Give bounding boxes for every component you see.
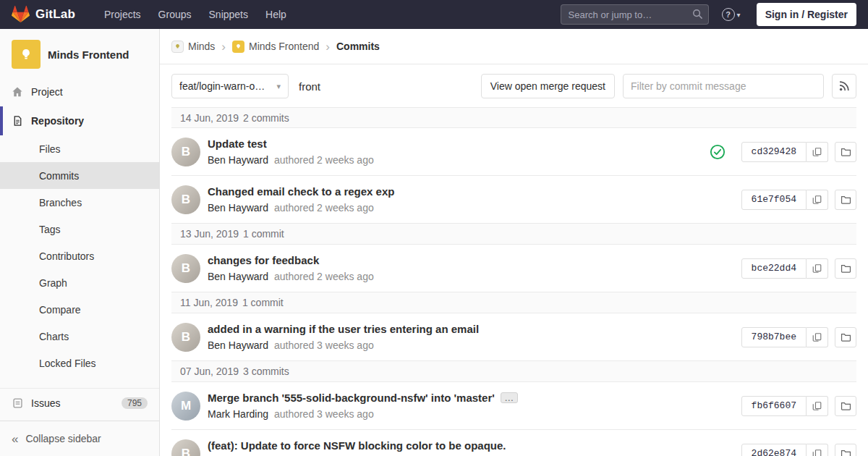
commit-author[interactable]: Ben Hayward <box>208 271 268 282</box>
clipboard-icon <box>812 449 822 456</box>
commit-title[interactable]: (feat): Update to force NSFW blocking co… <box>208 439 506 452</box>
commit-author[interactable]: Ben Hayward <box>208 339 268 351</box>
avatar[interactable]: B <box>171 138 200 166</box>
view-mr-button[interactable]: View open merge request <box>481 74 615 98</box>
commit-meta: authored 2 weeks ago <box>274 154 374 166</box>
avatar[interactable]: B <box>171 185 200 214</box>
search-box <box>561 4 709 25</box>
folder-icon <box>841 401 851 411</box>
sidebar-item-charts[interactable]: Charts <box>0 323 159 350</box>
sidebar-item-project[interactable]: Project <box>0 77 159 106</box>
controls-right: View open merge request <box>481 74 856 98</box>
folder-icon <box>841 263 851 274</box>
commit-date-header: 14 Jun, 2019 2 commits <box>171 107 856 128</box>
commit-meta: authored 3 weeks ago <box>274 339 374 351</box>
commit-author[interactable]: Ben Hayward <box>208 202 268 214</box>
commit-sha[interactable]: 61e7f054 <box>741 190 807 210</box>
project-name: Minds Frontend <box>48 48 129 61</box>
copy-sha-button[interactable] <box>807 444 828 456</box>
nav-item-projects[interactable]: Projects <box>95 0 150 29</box>
commit-filter-input[interactable] <box>623 74 824 98</box>
sidebar-nav: Project Repository Files Commits Branche… <box>0 77 159 418</box>
path-label: front <box>299 80 320 93</box>
collapse-sidebar-button[interactable]: « Collapse sidebar <box>0 421 159 456</box>
avatar[interactable]: B <box>171 323 200 352</box>
commit-author[interactable]: Mark Harding <box>208 408 268 420</box>
nav-item-help[interactable]: Help <box>257 0 295 29</box>
copy-sha-button[interactable] <box>807 258 828 279</box>
sidebar-item-repository[interactable]: Repository <box>0 106 159 135</box>
issues-icon <box>12 397 23 409</box>
expand-message-button[interactable]: … <box>501 392 518 403</box>
lightbulb-icon <box>234 43 242 51</box>
project-context-header[interactable]: Minds Frontend <box>0 29 159 77</box>
repository-submenu: Files Commits Branches Tags Contributors… <box>0 135 159 376</box>
gitlab-logo[interactable]: GitLab <box>12 6 75 23</box>
help-menu[interactable]: ? ▾ <box>722 8 741 21</box>
rss-button[interactable] <box>832 74 856 98</box>
commit-sha[interactable]: cd329428 <box>741 142 807 162</box>
copy-sha-button[interactable] <box>807 396 828 416</box>
sidebar-item-issues[interactable]: Issues 795 <box>0 389 159 418</box>
avatar[interactable]: M <box>171 392 200 421</box>
commit-row: M Merge branch '555-solid-background-nsf… <box>171 382 856 430</box>
nav-item-snippets[interactable]: Snippets <box>200 0 257 29</box>
rss-icon <box>839 81 849 91</box>
commit-title[interactable]: changes for feedback <box>208 254 319 266</box>
issues-section: Issues 795 <box>0 388 159 418</box>
folder-icon <box>841 195 851 205</box>
project-avatar <box>12 40 41 69</box>
breadcrumb-item-minds[interactable]: Minds <box>188 41 215 52</box>
avatar[interactable]: B <box>171 254 200 283</box>
commit-sha[interactable]: 798b7bee <box>741 327 807 347</box>
sidebar-item-locked-files[interactable]: Locked Files <box>0 350 159 376</box>
main-content: Minds › Minds Frontend › Commits feat/lo… <box>160 29 868 456</box>
browse-files-button[interactable] <box>835 327 856 347</box>
commit-date-header: 07 Jun, 2019 3 commits <box>171 361 856 382</box>
sidebar-item-graph[interactable]: Graph <box>0 269 159 296</box>
commit-sha[interactable]: fb6f6607 <box>741 396 807 416</box>
commit-title[interactable]: Merge branch '555-solid-background-nsfw'… <box>208 392 495 404</box>
commit-meta: authored 3 weeks ago <box>274 408 374 420</box>
commit-meta: authored 2 weeks ago <box>274 271 374 282</box>
pipeline-status-icon[interactable] <box>710 144 726 160</box>
avatar[interactable]: B <box>171 439 200 456</box>
browse-files-button[interactable] <box>835 258 856 279</box>
commit-sha[interactable]: 2d62e874 <box>741 444 807 456</box>
sidebar-item-branches[interactable]: Branches <box>0 189 159 216</box>
clipboard-icon <box>812 401 822 411</box>
sign-in-button[interactable]: Sign in / Register <box>757 3 856 26</box>
sidebar-item-label: Project <box>31 86 63 98</box>
commit-count: 1 commit <box>242 297 284 308</box>
branch-selector[interactable]: feat/login-warn-o… ▾ <box>171 74 289 98</box>
browse-files-button[interactable] <box>835 444 856 456</box>
search-icon <box>692 9 703 20</box>
date-label: 14 Jun, 2019 <box>180 112 239 124</box>
search-input[interactable] <box>561 4 709 25</box>
copy-sha-button[interactable] <box>807 190 828 210</box>
commit-row: B added in a warning if the user tries e… <box>171 313 856 361</box>
sidebar-item-compare[interactable]: Compare <box>0 296 159 323</box>
sidebar-item-contributors[interactable]: Contributors <box>0 242 159 269</box>
commit-sha[interactable]: bce22dd4 <box>741 258 807 279</box>
browse-files-button[interactable] <box>835 396 856 416</box>
commit-row: B Changed email check to a regex exp Ben… <box>171 176 856 224</box>
repository-icon <box>12 115 23 127</box>
browse-files-button[interactable] <box>835 190 856 210</box>
sidebar-item-tags[interactable]: Tags <box>0 216 159 242</box>
commit-title[interactable]: Changed email check to a regex exp <box>208 185 394 198</box>
copy-sha-button[interactable] <box>807 142 828 162</box>
copy-sha-button[interactable] <box>807 327 828 347</box>
commit-meta: authored 2 weeks ago <box>274 202 374 214</box>
commit-title[interactable]: added in a warning if the user tries ent… <box>208 323 479 335</box>
sidebar-item-commits[interactable]: Commits <box>0 162 159 189</box>
breadcrumb-item-minds-frontend[interactable]: Minds Frontend <box>249 41 319 52</box>
nav-item-groups[interactable]: Groups <box>150 0 200 29</box>
folder-icon <box>841 449 851 456</box>
main-nav: Projects Groups Snippets Help <box>95 0 295 29</box>
commit-author[interactable]: Ben Hayward <box>208 154 268 166</box>
sidebar-item-files[interactable]: Files <box>0 135 159 162</box>
chevron-down-icon: ▾ <box>737 11 741 19</box>
browse-files-button[interactable] <box>835 142 856 162</box>
commit-title[interactable]: Update test <box>208 138 267 150</box>
